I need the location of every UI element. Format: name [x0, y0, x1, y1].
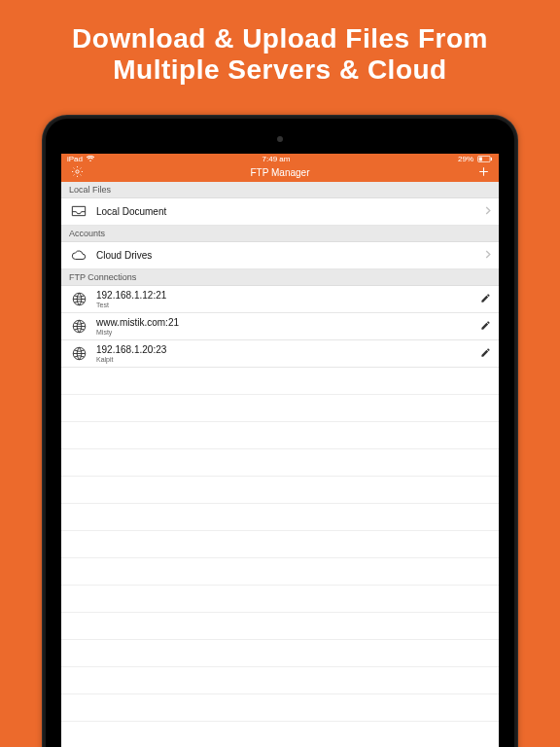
globe-icon [69, 292, 88, 306]
settings-button[interactable] [69, 165, 85, 181]
device-bezel: iPad 7:49 am 29% [46, 119, 514, 747]
device-frame: iPad 7:49 am 29% [42, 115, 518, 747]
row-title: Local Document [96, 206, 479, 217]
row-cloud-drives[interactable]: Cloud Drives [61, 242, 499, 269]
chevron-right-icon [485, 206, 491, 217]
ftp-address: 192.168.1.12:21 [96, 290, 474, 301]
clock: 7:49 am [262, 155, 291, 163]
ftp-name: Kalpit [96, 356, 474, 364]
empty-row [61, 368, 499, 395]
headline-line-1: Download & Upload Files From [19, 23, 541, 54]
edit-button[interactable] [480, 347, 491, 360]
app-screen: iPad 7:49 am 29% [61, 154, 499, 747]
empty-row [61, 504, 499, 531]
empty-row [61, 531, 499, 558]
gear-icon [71, 164, 84, 182]
globe-icon [69, 346, 88, 361]
inbox-icon [69, 205, 88, 217]
edit-button[interactable] [480, 320, 491, 333]
empty-row [61, 477, 499, 504]
empty-row [61, 667, 499, 694]
empty-row [61, 722, 499, 747]
empty-row [61, 395, 499, 422]
promo-headline: Download & Upload Files From Multiple Se… [0, 0, 560, 86]
row-ftp-connection[interactable]: www.mistik.com:21 Misty [61, 313, 499, 340]
edit-button[interactable] [480, 293, 491, 305]
headline-line-2: Multiple Servers & Cloud [19, 54, 541, 86]
empty-row [61, 613, 499, 640]
svg-rect-2 [479, 157, 482, 160]
section-header-accounts: Accounts [61, 226, 499, 242]
wifi-icon [87, 156, 94, 162]
pencil-icon [480, 322, 491, 333]
empty-list-area [61, 368, 499, 747]
nav-title: FTP Manager [61, 167, 499, 178]
device-label: iPad [67, 155, 83, 163]
nav-bar: FTP Manager [61, 164, 499, 182]
svg-point-3 [75, 170, 78, 173]
empty-row [61, 694, 499, 722]
empty-row [61, 640, 499, 667]
add-button[interactable] [475, 165, 491, 181]
camera-dot [277, 136, 283, 142]
ftp-name: Misty [96, 329, 474, 337]
plus-icon [477, 164, 490, 182]
pencil-icon [480, 349, 491, 360]
row-local-document[interactable]: Local Document [61, 198, 499, 226]
empty-row [61, 449, 499, 477]
chevron-right-icon [485, 250, 491, 261]
pencil-icon [480, 295, 491, 305]
row-ftp-connection[interactable]: 192.168.1.20:23 Kalpit [61, 340, 499, 368]
ftp-address: 192.168.1.20:23 [96, 344, 474, 355]
ftp-address: www.mistik.com:21 [96, 317, 474, 328]
battery-percent: 29% [458, 155, 473, 163]
row-title: Cloud Drives [96, 250, 479, 261]
battery-icon [477, 156, 493, 162]
globe-icon [69, 319, 88, 334]
empty-row [61, 586, 499, 613]
status-bar: iPad 7:49 am 29% [61, 154, 499, 164]
cloud-icon [69, 250, 88, 261]
empty-row [61, 422, 499, 449]
section-header-local: Local Files [61, 182, 499, 198]
row-ftp-connection[interactable]: 192.168.1.12:21 Test [61, 286, 499, 313]
ftp-name: Test [96, 302, 474, 309]
section-header-ftp: FTP Connections [61, 269, 499, 286]
empty-row [61, 558, 499, 586]
svg-rect-1 [491, 158, 492, 160]
